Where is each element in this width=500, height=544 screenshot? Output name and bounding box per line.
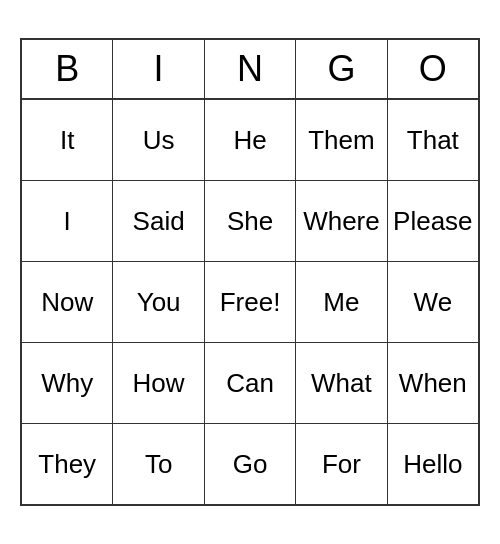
bingo-row-0: ItUsHeThemThat	[22, 100, 478, 181]
bingo-cell-0-1: Us	[113, 100, 204, 180]
bingo-cell-1-4: Please	[388, 181, 478, 261]
bingo-cell-3-0: Why	[22, 343, 113, 423]
bingo-cell-4-3: For	[296, 424, 387, 504]
bingo-cell-0-2: He	[205, 100, 296, 180]
bingo-cell-2-3: Me	[296, 262, 387, 342]
bingo-cell-4-4: Hello	[388, 424, 478, 504]
header-col-b: B	[22, 40, 113, 98]
bingo-row-3: WhyHowCanWhatWhen	[22, 343, 478, 424]
bingo-row-2: NowYouFree!MeWe	[22, 262, 478, 343]
bingo-cell-2-1: You	[113, 262, 204, 342]
bingo-cell-2-0: Now	[22, 262, 113, 342]
bingo-cell-3-2: Can	[205, 343, 296, 423]
bingo-cell-3-3: What	[296, 343, 387, 423]
header-col-i: I	[113, 40, 204, 98]
bingo-cell-2-4: We	[388, 262, 478, 342]
bingo-row-1: ISaidSheWherePlease	[22, 181, 478, 262]
bingo-cell-4-1: To	[113, 424, 204, 504]
bingo-cell-0-3: Them	[296, 100, 387, 180]
bingo-cell-0-0: It	[22, 100, 113, 180]
bingo-cell-1-3: Where	[296, 181, 387, 261]
bingo-cell-4-0: They	[22, 424, 113, 504]
bingo-cell-3-1: How	[113, 343, 204, 423]
bingo-cell-1-0: I	[22, 181, 113, 261]
header-col-o: O	[388, 40, 478, 98]
bingo-cell-3-4: When	[388, 343, 478, 423]
bingo-card: BINGO ItUsHeThemThatISaidSheWherePleaseN…	[20, 38, 480, 506]
bingo-cell-1-1: Said	[113, 181, 204, 261]
bingo-row-4: TheyToGoForHello	[22, 424, 478, 504]
bingo-cell-4-2: Go	[205, 424, 296, 504]
bingo-cell-0-4: That	[388, 100, 478, 180]
bingo-cell-1-2: She	[205, 181, 296, 261]
bingo-cell-2-2: Free!	[205, 262, 296, 342]
header-col-n: N	[205, 40, 296, 98]
header-col-g: G	[296, 40, 387, 98]
bingo-header: BINGO	[22, 40, 478, 100]
